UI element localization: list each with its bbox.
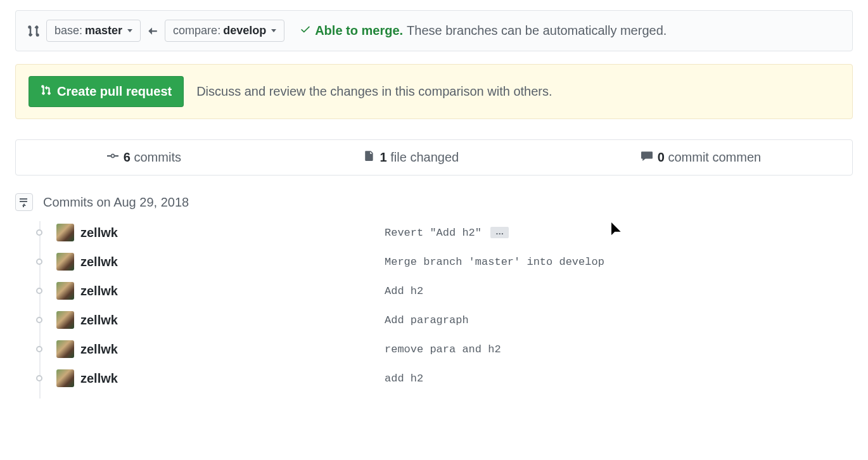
- commit-group-header: Commits on Aug 29, 2018: [15, 193, 853, 211]
- commit-row: zellwkMerge branch 'master' into develop: [15, 253, 853, 271]
- commit-dot-icon: [36, 317, 42, 323]
- compare-branch: develop: [223, 24, 266, 37]
- comments-label: commit commen: [668, 150, 761, 164]
- merge-status: Able to merge. These branches can be aut…: [300, 23, 667, 38]
- commit-dot-icon: [36, 288, 42, 294]
- comment-icon: [641, 150, 653, 165]
- merge-desc-text: These branches can be automatically merg…: [407, 23, 667, 38]
- commit-message[interactable]: Add paragraph: [385, 314, 469, 326]
- compare-bar: base: master compare: develop Able to me…: [15, 10, 853, 51]
- git-pr-icon: [41, 84, 52, 99]
- commit-author[interactable]: zellwk: [80, 342, 385, 357]
- comments-count: 0: [658, 150, 665, 164]
- avatar[interactable]: [56, 369, 74, 387]
- commit-message[interactable]: add h2: [385, 373, 423, 385]
- commit-icon: [107, 150, 118, 165]
- compare-branch-button[interactable]: compare: develop: [165, 20, 284, 42]
- commit-row: zellwkAdd paragraph: [15, 311, 853, 329]
- commit-row: zellwkremove para and h2: [15, 340, 853, 358]
- file-diff-icon: [364, 150, 375, 165]
- base-prefix: base:: [54, 24, 82, 37]
- commit-author[interactable]: zellwk: [80, 371, 385, 386]
- cursor-icon: [611, 222, 622, 240]
- create-pr-label: Create pull request: [57, 84, 172, 99]
- avatar[interactable]: [56, 282, 74, 300]
- git-compare-icon: [27, 25, 40, 37]
- commit-dot-icon: [36, 259, 42, 265]
- tab-commits[interactable]: 6 commits: [107, 150, 181, 165]
- create-pr-button[interactable]: Create pull request: [29, 76, 184, 107]
- commit-dot-icon: [36, 375, 42, 381]
- avatar[interactable]: [56, 224, 74, 241]
- files-count: 1: [380, 150, 387, 164]
- repo-push-icon: [15, 193, 33, 211]
- files-label: file changed: [390, 150, 459, 164]
- commit-message[interactable]: Add h2: [385, 285, 423, 297]
- avatar[interactable]: [56, 340, 74, 358]
- commit-row: zellwkadd h2: [15, 369, 853, 387]
- commit-message[interactable]: Revert "Add h2": [385, 227, 482, 239]
- commit-dot-icon: [36, 346, 42, 352]
- commit-group-title: Commits on Aug 29, 2018: [43, 195, 189, 210]
- arrow-left-icon: [147, 25, 158, 37]
- commit-author[interactable]: zellwk: [80, 284, 385, 298]
- commit-message[interactable]: remove para and h2: [385, 343, 501, 355]
- tab-files[interactable]: 1 file changed: [364, 150, 459, 165]
- caret-down-icon: [271, 29, 276, 32]
- tab-comments[interactable]: 0 commit commen: [641, 150, 761, 165]
- merge-ok-text: Able to merge.: [315, 23, 403, 38]
- commits-count: 6: [124, 150, 131, 164]
- check-icon: [300, 23, 311, 38]
- commit-author[interactable]: zellwk: [80, 255, 385, 269]
- compare-prefix: compare:: [173, 24, 220, 37]
- base-branch: master: [85, 24, 122, 37]
- flash-text: Discuss and review the changes in this c…: [196, 84, 552, 99]
- caret-down-icon: [127, 29, 132, 32]
- commit-row: zellwkAdd h2: [15, 282, 853, 300]
- base-branch-button[interactable]: base: master: [46, 20, 141, 42]
- commit-row: zellwkRevert "Add h2"…: [15, 224, 853, 241]
- avatar[interactable]: [56, 311, 74, 329]
- create-pr-flash: Create pull request Discuss and review t…: [15, 64, 853, 119]
- commits-label: commits: [134, 150, 181, 164]
- ellipsis-button[interactable]: …: [490, 227, 509, 238]
- commit-author[interactable]: zellwk: [80, 313, 385, 328]
- commit-group: Commits on Aug 29, 2018 zellwkRevert "Ad…: [15, 193, 853, 387]
- commit-author[interactable]: zellwk: [80, 226, 385, 240]
- commit-message[interactable]: Merge branch 'master' into develop: [385, 256, 604, 268]
- compare-tabs: 6 commits 1 file changed 0 commit commen: [15, 139, 853, 176]
- avatar[interactable]: [56, 253, 74, 271]
- commit-dot-icon: [36, 229, 42, 236]
